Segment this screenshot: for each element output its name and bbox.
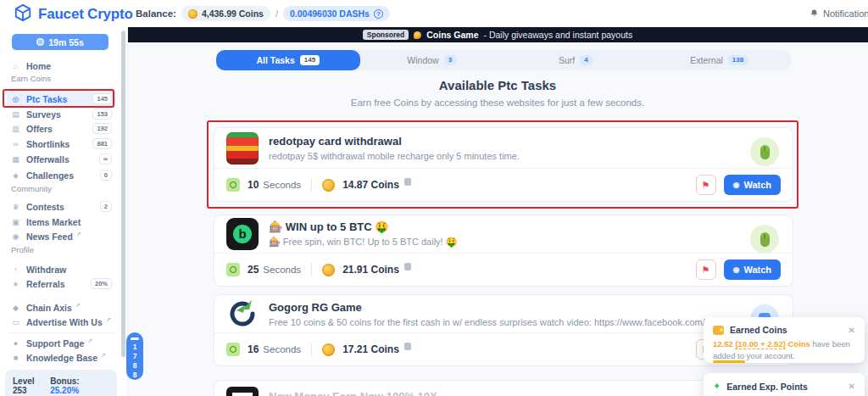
tab-count-badge: 138: [728, 55, 748, 65]
mouse-icon: [760, 145, 770, 159]
window-type-badge: [750, 137, 779, 166]
bonus-text: Bonus: 25.20%: [50, 376, 109, 395]
task-description: redotpay 5$ withdrawal mobile recharge o…: [269, 151, 520, 161]
count-badge: 20%: [91, 278, 112, 289]
coins-game-icon: [414, 31, 421, 39]
task-card: b 🎰 WIN up to 5 BTC 🤑 🎰 Free spin, win B…: [214, 215, 793, 287]
count-badge: 145: [92, 93, 112, 104]
balance-separator: /: [275, 8, 278, 19]
tab-surf[interactable]: Surf 4: [504, 50, 648, 70]
task-tabs: All Tasks 145 Window 3 Surf 4 External 1…: [216, 50, 791, 70]
trophy-icon: ♛: [11, 203, 20, 211]
flag-button[interactable]: ⚑: [696, 175, 716, 195]
sponsored-banner[interactable]: Sponsored Coins Game - Daily giveaways a…: [127, 27, 868, 42]
timer-chip[interactable]: 19m 55s: [12, 34, 108, 50]
notifications-label: Notifications: [823, 8, 868, 19]
withdraw-icon: ↑: [11, 265, 20, 274]
sidebar-item-label: Surveys: [26, 109, 61, 120]
close-icon[interactable]: ✕: [849, 382, 855, 391]
external-link-icon: ↗: [76, 231, 81, 237]
sidebar-item-shortlinks[interactable]: ∞ Shortlinks 881: [7, 136, 116, 152]
ptc-tasks-icon: ◎: [11, 95, 20, 103]
clock-icon: [226, 263, 240, 276]
task-description: 🎰 Free spin, win BTC! Up to 5 BTC daily!…: [269, 237, 457, 248]
dash-balance-value: 0.00496030 DASHs: [290, 8, 370, 19]
sidebar-item-label: Items Market: [26, 217, 81, 227]
sponsor-name: Coins Game: [426, 30, 478, 40]
sidebar-item-label: Referrals: [26, 279, 65, 289]
sidebar-item-offerwalls[interactable]: ▦ Offerwalls ∞: [7, 151, 116, 167]
count-badge: 2: [100, 201, 112, 212]
bell-icon: [810, 6, 819, 21]
chat-count: 1788: [131, 343, 139, 380]
watch-button[interactable]: ◉Watch: [724, 175, 781, 195]
count-badge: 192: [92, 123, 112, 134]
coin-info-icon[interactable]: [404, 263, 411, 271]
close-icon[interactable]: ✕: [849, 326, 855, 335]
task-seconds: 25: [248, 264, 259, 276]
count-badge: 881: [92, 138, 112, 149]
sidebar-item-label: Home: [26, 61, 51, 71]
earned-unit: Coins: [787, 339, 810, 349]
count-badge: 153: [92, 109, 112, 120]
sidebar-item-offers[interactable]: ▥ Offers 192: [7, 120, 116, 137]
sidebar-item-ptc-tasks[interactable]: ◎ Ptc Tasks 145: [7, 91, 116, 107]
sidebar-item-label: Challenges: [26, 170, 74, 181]
sidebar-item-referrals[interactable]: ∗ Referrals 20%: [7, 276, 116, 292]
earned-breakdown: (10.00 + 2.52): [735, 339, 785, 349]
clock-icon: [226, 178, 240, 192]
sidebar: 19m 55s ⌂ Home Earn Coins ◎ Ptc Tasks 14…: [0, 27, 127, 396]
task-thumbnail: [226, 298, 259, 330]
sidebar-item-knowledge-base[interactable]: ■ Knowledge Base ↗: [7, 349, 116, 365]
offerwalls-icon: ▦: [11, 155, 20, 164]
section-earn-coins: Earn Coins: [11, 72, 51, 84]
page-title: Available Ptc Tasks: [127, 78, 868, 92]
help-icon[interactable]: ?: [374, 9, 383, 19]
coin-info-icon[interactable]: [404, 178, 411, 186]
seconds-label: Seconds: [263, 265, 301, 275]
task-title: redotpay card withdrawal: [269, 135, 520, 148]
sidebar-item-label: Offerwalls: [26, 154, 70, 165]
toast-message: 12.52 (10.00 + 2.52) Coins have been add…: [713, 338, 855, 362]
sidebar-item-advertise[interactable]: ▭ Advertise With Us ↗: [7, 314, 116, 330]
tab-count-badge: 145: [300, 55, 320, 65]
toast-earned-coins: Earned Coins ✕ 12.52 (10.00 + 2.52) Coin…: [704, 317, 865, 363]
level-label: Level 253: [13, 376, 50, 395]
count-badge: ∞: [99, 153, 112, 165]
tab-count-badge: 3: [444, 55, 456, 65]
dash-balance-chip[interactable]: 0.00496030 DASHs ?: [283, 6, 390, 21]
challenges-icon: ◈: [11, 171, 20, 180]
task-thumbnail: [226, 387, 259, 396]
tab-all-tasks[interactable]: All Tasks 145: [216, 50, 360, 70]
coin-info-icon[interactable]: [404, 343, 411, 350]
balance-label: Balance:: [136, 8, 176, 19]
sidebar-item-news-feed[interactable]: ◉ News Feed ↗: [7, 228, 116, 244]
knowledge-icon: ■: [11, 354, 20, 362]
page-subtitle: Earn free Coins by accessing these websi…: [127, 98, 868, 108]
task-seconds: 10: [248, 179, 259, 191]
tab-external[interactable]: External 138: [648, 50, 792, 70]
section-community: Community: [11, 182, 52, 194]
top-header: Faucet Crypto Balance: 4,436.99 Coins / …: [0, 0, 868, 27]
external-link-icon: ↗: [101, 352, 106, 359]
chain-axis-icon: ◆: [11, 304, 20, 312]
tab-label: Surf: [559, 55, 575, 65]
bonus-value: 25.20%: [50, 386, 79, 395]
brand-name: Faucet Crypto: [38, 6, 133, 23]
tab-window[interactable]: Window 3: [360, 50, 504, 70]
flag-button[interactable]: ⚑: [696, 259, 716, 280]
notifications-button[interactable]: Notifications: [810, 0, 868, 27]
brand-logo[interactable]: Faucet Crypto: [14, 3, 133, 25]
sidebar-item-challenges[interactable]: ◈ Challenges 0: [7, 167, 116, 183]
sidebar-scrollbar[interactable]: [121, 31, 125, 357]
clock-icon: [36, 38, 44, 46]
earned-amount: 12.52: [713, 339, 733, 349]
coins-balance-chip[interactable]: 4,436.99 Coins: [181, 6, 270, 21]
task-title: New Money Earn Now 100% 10X: [269, 390, 437, 396]
faucet-crypto-page: Faucet Crypto Balance: 4,436.99 Coins / …: [0, 0, 868, 396]
coins-balance-value: 4,436.99 Coins: [202, 8, 264, 19]
sidebar-item-contests[interactable]: ♛ Contests 2: [7, 198, 116, 215]
toast-earned-exp: ✦ Earned Exp. Points ✕ 4 Experience Poin…: [704, 373, 865, 396]
watch-button[interactable]: ◉Watch: [724, 259, 781, 280]
chat-widget[interactable]: 1788: [126, 332, 143, 380]
